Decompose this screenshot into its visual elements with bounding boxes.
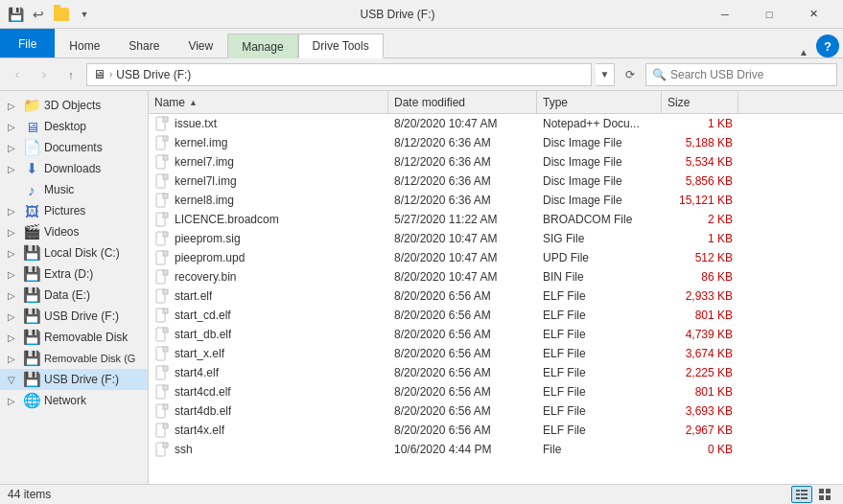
minimize-button[interactable]: ─ <box>703 0 747 29</box>
collapse-icon: ▷ <box>8 396 19 406</box>
sidebar-item-usb-drive-f-selected[interactable]: ▽ 💾 USB Drive (F:) <box>0 369 148 390</box>
title-bar: 💾 ↩ ▼ USB Drive (F:) ─ □ ✕ <box>0 0 843 29</box>
file-type: Disc Image File <box>537 172 662 190</box>
table-row[interactable]: kernel8.img 8/12/2020 6:36 AM Disc Image… <box>149 191 843 210</box>
file-icon <box>154 365 170 380</box>
svg-rect-56 <box>796 493 800 495</box>
svg-rect-26 <box>163 270 168 275</box>
tab-file[interactable]: File <box>0 29 55 57</box>
forward-button[interactable]: › <box>33 63 56 86</box>
svg-rect-44 <box>163 385 168 390</box>
table-row[interactable]: issue.txt 8/20/2020 10:47 AM Notepad++ D… <box>149 114 843 133</box>
sidebar-item-removable-1[interactable]: ▷ 💾 Removable Disk <box>0 327 148 348</box>
col-header-type[interactable]: Type <box>537 91 662 113</box>
collapse-icon: ▷ <box>8 290 19 301</box>
sidebar-label: 3D Objects <box>44 99 101 112</box>
tab-drive-tools[interactable]: Drive Tools <box>298 34 384 58</box>
file-modified: 10/6/2020 4:44 PM <box>388 441 537 458</box>
sidebar-label: Data (E:) <box>44 288 90 302</box>
file-name: kernel7l.img <box>175 174 237 188</box>
file-type: File <box>537 441 662 458</box>
tab-view[interactable]: View <box>174 33 227 57</box>
sidebar-item-usb-drive-f[interactable]: ▷ 💾 USB Drive (F:) <box>0 306 148 327</box>
sidebar-item-extra-d[interactable]: ▷ 💾 Extra (D:) <box>0 263 148 285</box>
table-row[interactable]: kernel7.img 8/12/2020 6:36 AM Disc Image… <box>149 152 843 172</box>
table-row[interactable]: recovery.bin 8/20/2020 10:47 AM BIN File… <box>149 267 843 286</box>
sidebar-item-videos[interactable]: ▷ 🎬 Videos <box>0 221 148 242</box>
sidebar-item-downloads[interactable]: ▷ ⬇ Downloads <box>0 158 148 179</box>
col-header-modified[interactable]: Date modified <box>388 91 537 113</box>
view-details-button[interactable] <box>791 486 812 503</box>
svg-rect-2 <box>163 117 168 122</box>
sidebar-item-music[interactable]: ♪ Music <box>0 179 148 200</box>
table-row[interactable]: kernel.img 8/12/2020 6:36 AM Disc Image … <box>149 133 843 152</box>
search-box[interactable]: 🔍 <box>645 63 837 86</box>
file-icon <box>154 384 170 400</box>
sidebar-item-pictures[interactable]: ▷ 🖼 Pictures <box>0 200 148 221</box>
table-row[interactable]: pieeprom.upd 8/20/2020 10:47 AM UPD File… <box>149 248 843 267</box>
file-size: 801 KB <box>662 307 738 324</box>
table-row[interactable]: start4cd.elf 8/20/2020 6:56 AM ELF File … <box>149 382 843 401</box>
search-input[interactable] <box>670 68 831 81</box>
file-modified: 8/20/2020 6:56 AM <box>388 326 537 343</box>
close-button[interactable]: ✕ <box>791 0 835 29</box>
table-row[interactable]: kernel7l.img 8/12/2020 6:36 AM Disc Imag… <box>149 172 843 191</box>
maximize-button[interactable]: □ <box>747 0 791 29</box>
sidebar-item-3d-objects[interactable]: ▷ 📁 3D Objects <box>0 95 148 116</box>
file-size: 2 KB <box>662 211 738 228</box>
refresh-button[interactable]: ⟳ <box>619 63 642 86</box>
file-type: Notepad++ Docu... <box>537 115 662 132</box>
file-size: 1 KB <box>662 115 738 132</box>
table-row[interactable]: LICENCE.broadcom 5/27/2020 11:22 AM BROA… <box>149 210 843 229</box>
app-icon-save[interactable]: 💾 <box>8 7 23 22</box>
sidebar-item-documents[interactable]: ▷ 📄 Documents <box>0 137 148 158</box>
sidebar-item-local-disk-c[interactable]: ▷ 💾 Local Disk (C:) <box>0 242 148 263</box>
ribbon-chevron[interactable]: ▲ <box>795 47 812 57</box>
sidebar-item-removable-2[interactable]: ▷ 💾 Removable Disk (G <box>0 348 148 369</box>
table-row[interactable]: start_cd.elf 8/20/2020 6:56 AM ELF File … <box>149 306 843 325</box>
up-button[interactable]: ↑ <box>59 63 82 86</box>
address-path[interactable]: 🖥 › USB Drive (F:) <box>86 63 592 86</box>
help-button[interactable]: ? <box>816 34 839 57</box>
sidebar-item-desktop[interactable]: ▷ 🖥 Desktop <box>0 116 148 137</box>
file-icon <box>154 173 170 189</box>
network-icon: 🌐 <box>24 393 39 408</box>
table-row[interactable]: start_db.elf 8/20/2020 6:56 AM ELF File … <box>149 325 843 344</box>
file-type: BROADCOM File <box>537 211 662 228</box>
col-header-name[interactable]: Name ▲ <box>149 91 388 113</box>
sidebar-label: Network <box>44 394 86 407</box>
file-type: ELF File <box>537 345 662 362</box>
address-dropdown[interactable]: ▼ <box>596 63 615 86</box>
table-row[interactable]: start4db.elf 8/20/2020 6:56 AM ELF File … <box>149 401 843 421</box>
file-size: 512 KB <box>662 249 738 266</box>
file-name: pieeprom.upd <box>175 251 245 264</box>
window-controls: ─ □ ✕ <box>703 0 835 29</box>
col-header-size[interactable]: Size <box>662 91 738 113</box>
main-layout: ▷ 📁 3D Objects ▷ 🖥 Desktop ▷ 📄 Documents… <box>0 91 843 484</box>
table-row[interactable]: ssh 10/6/2020 4:44 PM File 0 KB <box>149 440 843 459</box>
sidebar-item-data-e[interactable]: ▷ 💾 Data (E:) <box>0 285 148 306</box>
file-name: kernel.img <box>175 136 227 149</box>
collapse-icon: ▷ <box>8 122 19 132</box>
svg-rect-60 <box>819 489 824 493</box>
app-icon-undo[interactable]: ↩ <box>31 7 46 22</box>
back-button[interactable]: ‹ <box>6 63 29 86</box>
file-list: issue.txt 8/20/2020 10:47 AM Notepad++ D… <box>149 114 843 484</box>
tab-manage[interactable]: Manage <box>227 34 297 58</box>
quick-access-dropdown[interactable]: ▼ <box>77 7 92 22</box>
table-row[interactable]: start4.elf 8/20/2020 6:56 AM ELF File 2,… <box>149 363 843 382</box>
table-row[interactable]: start_x.elf 8/20/2020 6:56 AM ELF File 3… <box>149 344 843 363</box>
table-row[interactable]: start4x.elf 8/20/2020 6:56 AM ELF File 2… <box>149 421 843 440</box>
removable-2-icon: 💾 <box>24 351 39 366</box>
sidebar-item-network[interactable]: ▷ 🌐 Network <box>0 390 148 411</box>
tab-share[interactable]: Share <box>114 33 174 57</box>
tab-home[interactable]: Home <box>55 33 114 57</box>
svg-rect-14 <box>163 194 168 198</box>
file-type: ELF File <box>537 326 662 343</box>
table-row[interactable]: start.elf 8/20/2020 6:56 AM ELF File 2,9… <box>149 286 843 306</box>
file-size: 2,225 KB <box>662 364 738 381</box>
view-large-icons-button[interactable] <box>814 486 835 503</box>
path-label: USB Drive (F:) <box>116 68 191 81</box>
table-row[interactable]: pieeprom.sig 8/20/2020 10:47 AM SIG File… <box>149 229 843 248</box>
downloads-icon: ⬇ <box>24 161 39 176</box>
